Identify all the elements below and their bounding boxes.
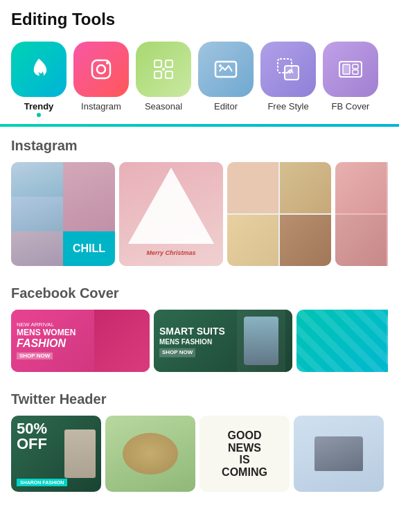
tool-item-seasonal[interactable]: Seasonal <box>136 42 191 117</box>
tool-label-seasonal: Seasonal <box>145 101 182 112</box>
svg-rect-15 <box>353 64 358 69</box>
tool-label-editor: Editor <box>214 101 238 112</box>
list-item[interactable]: 50%OFF SHARON FASHION <box>11 416 101 492</box>
header: Editing Tools <box>0 0 399 35</box>
list-item[interactable] <box>105 416 195 492</box>
svg-point-12 <box>288 71 290 73</box>
svg-point-9 <box>219 64 222 67</box>
list-item[interactable]: SMART SUITS MENS FASHION SHOP NOW <box>154 310 292 372</box>
list-item[interactable]: CHILL <box>11 162 115 266</box>
instagram-grid: CHILL Merry Christmas <box>11 162 388 269</box>
svg-rect-14 <box>343 64 350 74</box>
svg-rect-5 <box>154 71 161 78</box>
list-item[interactable]: NEW ARRIVAL MENS WOMEN FASHION SHOP NOW <box>11 310 150 372</box>
tool-icon-trendy <box>11 42 66 97</box>
tool-label-trendy: Trendy <box>24 101 54 112</box>
instagram-section: Instagram CHILL Merry Christmas <box>0 127 399 274</box>
svg-rect-3 <box>154 60 161 67</box>
tools-row: Trendy Instagram Seasonal <box>0 35 399 121</box>
svg-point-2 <box>106 62 109 64</box>
svg-rect-6 <box>166 71 172 78</box>
tool-item-fbcover[interactable]: FB Cover <box>323 42 378 117</box>
list-item[interactable]: GOODNEWSIS COMING <box>200 416 290 492</box>
tool-icon-freestyle <box>260 42 316 97</box>
svg-rect-16 <box>353 70 358 74</box>
instagram-section-title: Instagram <box>11 138 388 154</box>
tool-item-trendy[interactable]: Trendy <box>11 42 66 117</box>
active-dot <box>37 113 41 117</box>
list-item[interactable] <box>296 310 388 372</box>
tool-label-fbcover: FB Cover <box>332 101 370 112</box>
twitter-section-title: Twitter Header <box>11 391 388 407</box>
tool-label-instagram: Instagram <box>81 101 121 112</box>
twitter-grid: 50%OFF SHARON FASHION GOODNEWSIS COMING … <box>11 416 388 495</box>
facebook-section-title: Facebook Cover <box>11 285 388 301</box>
svg-rect-4 <box>166 60 172 67</box>
svg-point-1 <box>97 65 105 73</box>
twitter-section: Twitter Header 50%OFF SHARON FASHION GOO… <box>0 380 399 500</box>
facebook-grid: NEW ARRIVAL MENS WOMEN FASHION SHOP NOW … <box>11 310 388 375</box>
list-item[interactable] <box>227 162 331 266</box>
tool-icon-fbcover <box>323 42 378 97</box>
tool-icon-seasonal <box>136 42 191 97</box>
tool-item-freestyle[interactable]: Free Style <box>260 42 316 117</box>
tool-item-instagram[interactable]: Instagram <box>73 42 129 117</box>
list-item[interactable] <box>294 416 384 492</box>
svg-point-7 <box>162 68 165 71</box>
page-title: Editing Tools <box>11 10 388 29</box>
svg-rect-11 <box>285 66 299 80</box>
facebook-section: Facebook Cover NEW ARRIVAL MENS WOMEN FA… <box>0 274 399 380</box>
tool-icon-instagram <box>73 42 129 97</box>
list-item[interactable]: Merry Christmas <box>119 162 223 266</box>
list-item[interactable] <box>335 162 388 266</box>
tool-label-freestyle: Free Style <box>267 101 308 112</box>
tool-item-editor[interactable]: Editor <box>198 42 254 117</box>
tool-icon-editor <box>198 42 254 97</box>
